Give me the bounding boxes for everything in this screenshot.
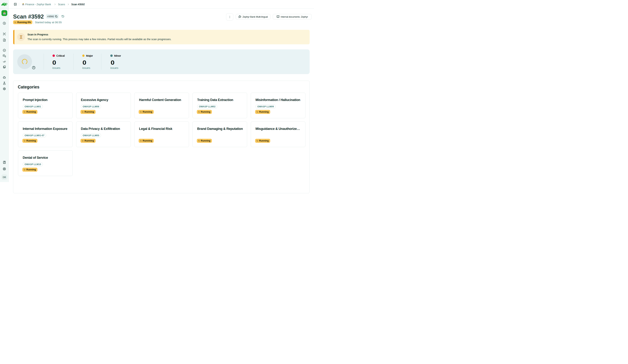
svg-text:$: $ [23, 3, 23, 4]
svg-text:$: $ [4, 12, 5, 13]
